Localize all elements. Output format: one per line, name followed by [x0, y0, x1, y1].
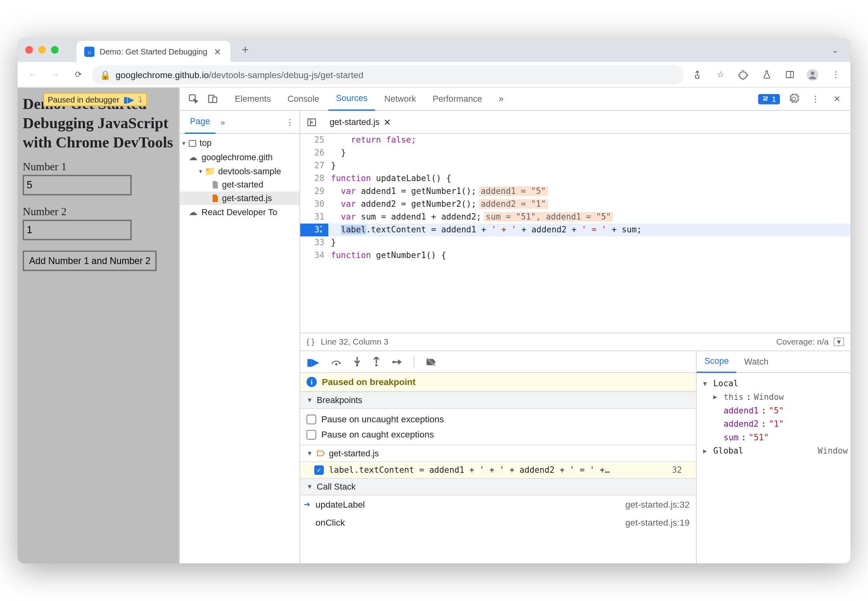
- tab-elements[interactable]: Elements: [227, 88, 278, 111]
- scope-var-addend2[interactable]: addend2: "1": [699, 417, 848, 431]
- tab-performance[interactable]: Performance: [425, 88, 490, 111]
- editor-status-bar: { } Line 32, Column 3 Coverage: n/a ▼: [300, 333, 850, 351]
- lock-icon: 🔒: [100, 69, 111, 80]
- navigator-tab-page[interactable]: Page: [185, 111, 215, 133]
- scope-var-sum[interactable]: sum: "51": [699, 431, 848, 444]
- tab-list-button[interactable]: ⌄: [827, 45, 842, 54]
- paused-overlay: Paused in debugger ▮▶ ⤵: [43, 93, 147, 107]
- side-panel-button[interactable]: [780, 65, 799, 84]
- code-editor[interactable]: 25 return false; 26 } 27} 28function upd…: [300, 134, 850, 333]
- deactivate-breakpoints-button[interactable]: [426, 357, 436, 366]
- number1-label: Number 1: [23, 161, 174, 173]
- devtools-panel: Elements Console Sources Network Perform…: [179, 88, 850, 563]
- resume-button[interactable]: ▮▶: [307, 356, 319, 367]
- editor-tab[interactable]: get-started.js ✕: [324, 117, 396, 127]
- scope-var-addend1[interactable]: addend1: "5": [699, 404, 848, 417]
- tree-domain[interactable]: ☁googlechrome.gith: [180, 150, 299, 164]
- watch-tab[interactable]: Watch: [737, 351, 776, 373]
- editor-tab-close-button[interactable]: ✕: [384, 117, 391, 127]
- tab-network[interactable]: Network: [377, 88, 424, 111]
- overlay-step-button[interactable]: ⤵: [138, 95, 143, 104]
- step-button[interactable]: [392, 358, 402, 365]
- breakpoint-row[interactable]: ✓label.textContent = addend1 + ' + ' + a…: [300, 462, 696, 478]
- number2-input[interactable]: [23, 220, 132, 240]
- pretty-print-button[interactable]: { }: [307, 337, 315, 347]
- tree-extension[interactable]: ☁React Developer To: [180, 205, 299, 219]
- inline-value-hint: addend1 = "5": [479, 186, 548, 196]
- add-button[interactable]: Add Number 1 and Number 2: [23, 250, 157, 271]
- breakpoint-file-header[interactable]: ▼get-started.js: [300, 445, 696, 462]
- issues-badge[interactable]: 1: [758, 94, 780, 104]
- navigator-tab-overflow[interactable]: »: [220, 117, 225, 127]
- breakpoints-header[interactable]: ▼Breakpoints: [300, 391, 696, 409]
- inline-value-hint: sum = "51", addend1 = "5": [484, 212, 613, 222]
- tab-overflow-button[interactable]: »: [491, 88, 511, 111]
- window-close-button[interactable]: [25, 46, 33, 54]
- browser-tab[interactable]: Demo: Get Started Debugging ✕: [76, 41, 230, 63]
- svg-point-12: [375, 364, 378, 367]
- svg-point-11: [356, 364, 358, 367]
- navigator-menu-button[interactable]: ⋮: [286, 117, 294, 127]
- scope-global-header[interactable]: ▶GlobalWindow: [699, 444, 848, 458]
- cursor-position: Line 32, Column 3: [321, 337, 388, 347]
- call-stack-frame[interactable]: onClick get-started.js:19: [300, 513, 696, 531]
- tab-title: Demo: Get Started Debugging: [100, 47, 207, 56]
- scope-tab[interactable]: Scope: [697, 351, 737, 373]
- forward-button[interactable]: →: [46, 65, 65, 84]
- bookmark-button[interactable]: ☆: [711, 65, 730, 84]
- page-viewport: Paused in debugger ▮▶ ⤵ Demo: Get Starte…: [18, 88, 179, 563]
- editor-tab-strip: get-started.js ✕: [300, 111, 850, 134]
- scope-var-this[interactable]: ▶this: Window: [699, 390, 848, 404]
- chrome-menu-button[interactable]: ⋮: [826, 65, 845, 84]
- svg-point-10: [336, 363, 337, 365]
- url-host: googlechrome.github.io: [116, 69, 209, 80]
- tab-sources[interactable]: Sources: [328, 88, 376, 111]
- paused-banner: i Paused on breakpoint: [300, 373, 696, 391]
- browser-toolbar: ← → ⟳ 🔒 googlechrome.github.io/devtools-…: [18, 62, 850, 88]
- svg-rect-7: [189, 140, 196, 146]
- pause-caught-checkbox[interactable]: Pause on caught exceptions: [307, 427, 690, 442]
- step-out-button[interactable]: [372, 357, 380, 367]
- window-titlebar: Demo: Get Started Debugging ✕ + ⌄: [18, 38, 850, 62]
- reload-button[interactable]: ⟳: [69, 65, 88, 84]
- execution-line-marker: 32: [300, 224, 328, 236]
- address-bar[interactable]: 🔒 googlechrome.github.io/devtools-sample…: [92, 65, 684, 84]
- call-stack-header[interactable]: ▼Call Stack: [300, 478, 696, 495]
- step-into-button[interactable]: [353, 357, 361, 367]
- step-over-button[interactable]: [331, 357, 342, 366]
- labs-button[interactable]: [757, 65, 776, 84]
- coverage-dropdown-icon[interactable]: ▼: [834, 338, 844, 346]
- call-stack-frame[interactable]: updateLabel get-started.js:32: [300, 495, 696, 513]
- breakpoint-checkbox[interactable]: ✓: [314, 465, 324, 475]
- overlay-resume-button[interactable]: ▮▶: [123, 95, 134, 104]
- toggle-navigator-button[interactable]: [304, 117, 319, 127]
- tree-file-js[interactable]: get-started.js: [180, 192, 299, 205]
- profile-button[interactable]: [803, 65, 822, 84]
- number2-label: Number 2: [23, 206, 174, 218]
- tab-close-button[interactable]: ✕: [213, 46, 223, 57]
- devtools-menu-button[interactable]: ⋮: [807, 91, 824, 107]
- number1-input[interactable]: [23, 175, 132, 195]
- svg-rect-0: [786, 71, 793, 78]
- tree-file-html[interactable]: get-started: [180, 178, 299, 192]
- pause-uncaught-checkbox[interactable]: Pause on uncaught exceptions: [307, 411, 690, 427]
- tree-folder[interactable]: ▾📁devtools-sample: [180, 164, 299, 178]
- svg-rect-6: [212, 97, 216, 103]
- paused-overlay-label: Paused in debugger: [48, 95, 119, 104]
- devtools-close-button[interactable]: ✕: [829, 91, 846, 107]
- window-zoom-button[interactable]: [51, 46, 58, 54]
- sources-navigator: Page » ⋮ ▾top ☁googlechrome.gith ▾📁devto…: [180, 111, 300, 563]
- extensions-button[interactable]: [734, 65, 753, 84]
- tab-favicon: [84, 46, 94, 57]
- debugger-toolbar: ▮▶: [300, 351, 696, 373]
- tree-top-frame[interactable]: ▾top: [180, 136, 299, 150]
- tab-console[interactable]: Console: [280, 88, 327, 111]
- scope-local-header[interactable]: ▼Local: [699, 377, 848, 390]
- share-button[interactable]: [688, 65, 707, 84]
- back-button[interactable]: ←: [23, 65, 42, 84]
- inspect-element-button[interactable]: [185, 91, 202, 107]
- window-minimize-button[interactable]: [38, 46, 46, 54]
- device-toolbar-button[interactable]: [204, 91, 221, 107]
- new-tab-button[interactable]: +: [242, 43, 249, 57]
- settings-button[interactable]: [785, 91, 802, 107]
